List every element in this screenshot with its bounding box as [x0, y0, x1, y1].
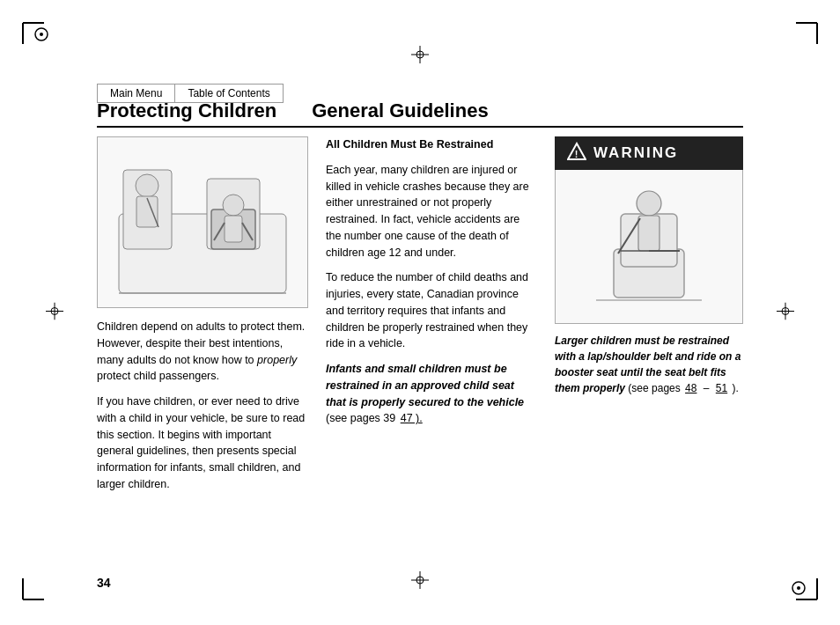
left-column-text: Children depend on adults to protect the… — [97, 319, 308, 493]
svg-point-3 — [797, 586, 800, 590]
registration-mark-left — [46, 303, 63, 323]
booster-seat-svg — [578, 179, 719, 315]
warning-label: WARNING — [593, 144, 678, 162]
svg-rect-21 — [225, 216, 242, 242]
svg-point-24 — [136, 174, 158, 197]
left-column: Children depend on adults to protect the… — [97, 136, 308, 555]
middle-column: All Children Must Be Restrained Each yea… — [326, 136, 537, 555]
page-title-bar: Protecting Children General Guidelines — [97, 99, 743, 128]
page-title-protecting: Protecting Children — [97, 99, 276, 122]
registration-mark-top — [411, 46, 429, 66]
mid-body-2: To reduce the number of child deaths and… — [326, 269, 537, 352]
warning-image-area — [555, 170, 743, 324]
left-para-1: Children depend on adults to protect the… — [97, 319, 308, 385]
svg-rect-25 — [136, 196, 158, 227]
page-link-47[interactable]: 47 ). — [401, 412, 423, 424]
child-seat-illustration — [97, 136, 308, 308]
corner-mark-tr — [792, 19, 821, 50]
page-title-guidelines: General Guidelines — [312, 99, 489, 122]
corner-mark-bl — [19, 575, 48, 606]
registration-mark-bottom — [411, 571, 429, 592]
main-content: Children depend on adults to protect the… — [97, 136, 743, 555]
registration-mark-right — [777, 303, 794, 323]
registration-circle-tl — [33, 26, 49, 45]
svg-rect-33 — [638, 216, 659, 251]
mid-heading: All Children Must Be Restrained — [326, 136, 537, 153]
warning-caption: Larger children must be restrained with … — [555, 333, 743, 396]
svg-point-20 — [223, 195, 244, 216]
car-seat-svg — [110, 143, 295, 302]
page-link-51[interactable]: 51 — [716, 382, 727, 394]
mid-bold-italic-para: Infants and small children must be restr… — [326, 361, 537, 427]
svg-point-1 — [40, 33, 43, 36]
warning-triangle-icon: ! — [567, 142, 586, 165]
svg-text:!: ! — [575, 149, 579, 159]
right-column: ! WARNING — [555, 136, 743, 555]
left-para-2: If you have children, or ever need to dr… — [97, 393, 308, 493]
mid-body-1: Each year, many children are injured or … — [326, 162, 537, 261]
warning-box: ! WARNING — [555, 136, 743, 170]
page-number: 34 — [97, 576, 111, 590]
svg-point-32 — [637, 191, 661, 216]
registration-circle-br — [791, 580, 807, 599]
page-link-48[interactable]: 48 — [685, 382, 696, 394]
